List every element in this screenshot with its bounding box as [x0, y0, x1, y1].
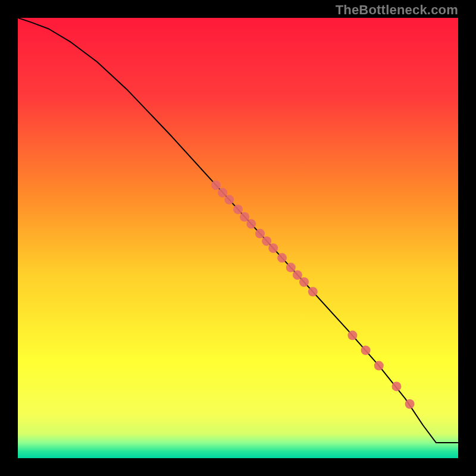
data-point: [405, 399, 415, 409]
data-point: [240, 212, 249, 221]
data-point: [211, 180, 221, 190]
data-point: [218, 188, 227, 198]
data-point: [374, 361, 384, 371]
watermark-text: TheBottleneck.com: [336, 2, 458, 18]
data-point: [308, 287, 318, 296]
data-point: [262, 236, 271, 246]
data-point: [299, 277, 309, 287]
data-point: [255, 229, 265, 239]
data-point: [233, 205, 243, 214]
chart-frame: TheBottleneck.com: [0, 0, 476, 476]
data-point: [246, 219, 256, 228]
data-point: [347, 331, 357, 340]
data-point: [286, 263, 296, 273]
chart-svg: [18, 18, 458, 458]
data-point: [277, 253, 287, 262]
data-point: [392, 381, 401, 391]
data-point: [361, 346, 371, 355]
data-point: [293, 270, 302, 280]
gradient-background: [18, 18, 458, 458]
data-point: [268, 243, 278, 253]
data-point: [224, 195, 234, 205]
plot-area: [18, 18, 458, 458]
